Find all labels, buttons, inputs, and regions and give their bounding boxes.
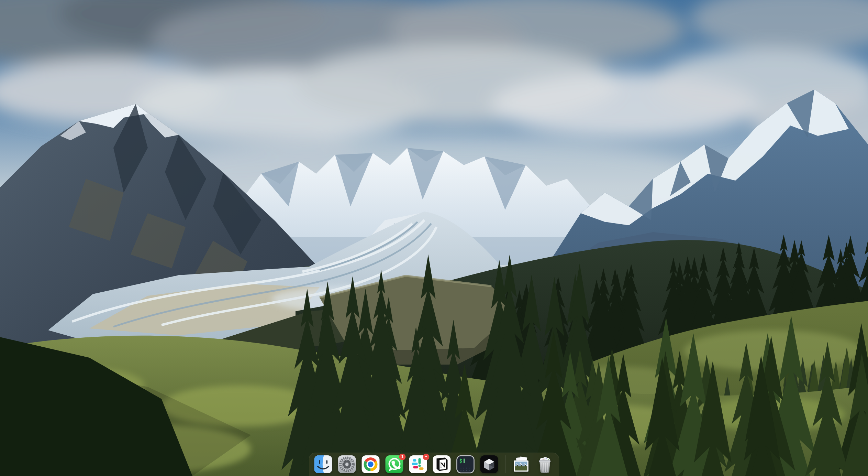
dock-item-slack[interactable]: • xyxy=(409,455,427,474)
dock-item-cursor[interactable] xyxy=(480,455,499,474)
terminal-icon: $ xyxy=(456,455,475,474)
dock-item-notion[interactable]: N xyxy=(433,455,451,474)
desktop: 1 • N $ xyxy=(0,0,868,476)
finder-icon xyxy=(314,455,333,474)
dock-item-finder[interactable] xyxy=(314,455,333,474)
dock-item-whatsapp[interactable]: 1 xyxy=(385,455,404,474)
terminal-prompt: $ xyxy=(459,458,463,464)
dock-item-screenshot-stack[interactable] xyxy=(512,455,531,474)
cursor-cube-icon xyxy=(480,455,499,474)
terminal-cursor xyxy=(464,459,465,463)
dock: 1 • N $ xyxy=(309,453,559,476)
screenshot-stack-icon xyxy=(512,455,531,474)
dock-item-chrome[interactable] xyxy=(361,455,380,474)
dock-separator xyxy=(505,455,505,473)
gear-icon xyxy=(338,455,356,474)
notion-icon: N xyxy=(433,455,451,474)
chrome-icon xyxy=(361,455,380,474)
dock-item-system-settings[interactable] xyxy=(338,455,356,474)
notion-letter: N xyxy=(440,461,446,469)
dock-item-terminal[interactable]: $ xyxy=(456,455,475,474)
dock-item-trash[interactable] xyxy=(536,455,554,474)
trash-full-icon xyxy=(536,455,554,474)
desktop-wallpaper xyxy=(0,0,868,476)
whatsapp-notification-badge: 1 xyxy=(399,454,406,460)
slack-notification-badge: • xyxy=(423,454,430,460)
